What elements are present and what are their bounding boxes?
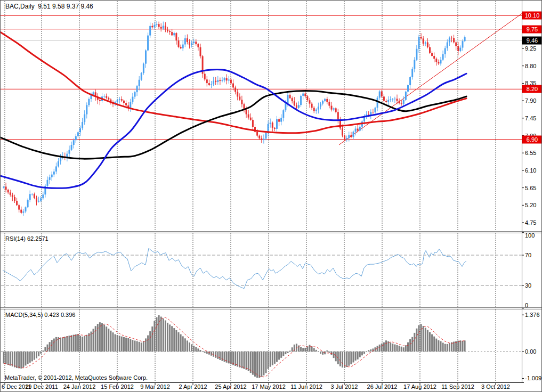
macd-histogram-bar	[44, 347, 46, 352]
macd-histogram-bar	[125, 338, 127, 352]
date-axis-label: 15 Feb 2012	[101, 383, 134, 390]
candle-down	[385, 101, 387, 102]
rsi-name: RSI(14)	[5, 235, 26, 242]
candle-up	[31, 194, 33, 194]
macd-histogram-bar	[153, 321, 155, 352]
candle-up	[191, 43, 192, 45]
macd-histogram-bar	[66, 336, 68, 352]
candle-up	[355, 129, 357, 132]
macd-histogram-bar	[239, 352, 240, 368]
candle-down	[429, 47, 431, 53]
candle-down	[431, 53, 433, 56]
macd-histogram-bar	[10, 352, 11, 366]
price-level-badge: 6.90	[522, 135, 542, 143]
chart-title: BAC,Daily 9.51 9.58 9.37 9.46	[5, 3, 93, 10]
macd-histogram-bar	[230, 352, 232, 364]
candle-up	[333, 108, 335, 109]
macd-histogram-bar	[241, 352, 242, 368]
candle-up	[77, 132, 79, 136]
macd-histogram-bar	[435, 339, 437, 352]
rsi-line[interactable]	[3, 248, 466, 289]
candle-up	[141, 73, 142, 80]
candle-down	[292, 98, 293, 101]
macd-histogram-bar	[403, 347, 405, 352]
ma-line-mid-black[interactable]	[1, 91, 466, 159]
macd-histogram-bar	[211, 352, 212, 356]
macd-histogram-bar	[457, 341, 459, 352]
candle-up	[75, 136, 77, 140]
macd-histogram-bar	[335, 352, 337, 361]
candle-down	[121, 99, 123, 100]
macd-histogram-bar	[36, 352, 37, 358]
candle-up	[353, 132, 354, 137]
macd-histogram-bar	[34, 352, 35, 360]
macd-histogram-bar	[132, 340, 133, 352]
candle-up	[282, 110, 284, 118]
candle-up	[22, 211, 24, 213]
macd-histogram-bar	[418, 325, 420, 352]
price-chart-svg[interactable]	[1, 1, 542, 392]
macd-histogram-bar	[346, 352, 347, 367]
candle-up	[93, 92, 94, 95]
macd-histogram-bar	[171, 326, 173, 352]
candle-up	[117, 100, 118, 102]
macd-histogram-bar	[270, 352, 271, 367]
candle-down	[433, 56, 435, 59]
macd-histogram-bar	[193, 346, 195, 352]
macd-histogram-bar	[397, 345, 398, 352]
candle-up	[147, 36, 149, 51]
candle-up	[324, 99, 326, 101]
macd-histogram-bar	[256, 352, 258, 378]
macd-histogram-bar	[363, 352, 365, 354]
candle-up	[407, 85, 409, 92]
macd-histogram-bar	[184, 338, 186, 352]
macd-histogram-bar	[254, 352, 256, 377]
candle-up	[193, 42, 195, 43]
candle-up	[300, 96, 302, 105]
candle-up	[40, 198, 42, 201]
macd-histogram-bar	[173, 328, 175, 352]
macd-histogram-bar	[429, 332, 431, 352]
macd-axis-label: -1.009	[525, 375, 541, 381]
macd-histogram-bar	[182, 336, 184, 352]
macd-histogram-bar	[407, 342, 409, 352]
macd-histogram-bar	[136, 341, 138, 352]
macd-histogram-bar	[368, 350, 369, 352]
candle-up	[320, 104, 321, 107]
macd-histogram-bar	[71, 335, 72, 352]
macd-histogram-bar	[311, 346, 313, 352]
candle-down	[197, 44, 199, 47]
candle-up	[394, 99, 395, 99]
macd-histogram-bar	[77, 334, 79, 352]
candle-up	[163, 26, 164, 28]
candle-up	[375, 108, 376, 112]
candle-up	[316, 110, 317, 111]
macd-histogram-bar	[163, 318, 164, 352]
candle-down	[368, 115, 369, 115]
macd-histogram-bar	[387, 341, 389, 352]
candle-down	[372, 112, 374, 112]
candle-up	[224, 78, 225, 80]
macd-histogram-bar	[3, 352, 5, 364]
candle-down	[278, 119, 280, 122]
macd-histogram-bar	[309, 345, 311, 352]
date-axis-label: 3 Jul 2012	[331, 383, 358, 390]
candle-up	[418, 37, 420, 49]
candle-down	[108, 98, 109, 100]
macd-histogram-bar	[180, 334, 182, 352]
macd-histogram-bar	[42, 350, 44, 352]
candle-up	[287, 95, 289, 103]
price-axis-label: 7.45	[525, 115, 536, 121]
macd-histogram-bar	[151, 326, 153, 352]
candle-down	[125, 103, 127, 105]
macd-histogram-bar	[265, 352, 267, 373]
macd-histogram-bar	[459, 340, 461, 352]
macd-histogram-bar	[444, 344, 446, 352]
rsi-axis-label: 30	[525, 282, 531, 289]
macd-histogram-bar	[103, 325, 105, 352]
candle-up	[370, 112, 371, 115]
candle-up	[69, 150, 70, 153]
candle-up	[55, 166, 57, 172]
candle-up	[153, 25, 155, 28]
trendline[interactable]	[339, 14, 522, 145]
